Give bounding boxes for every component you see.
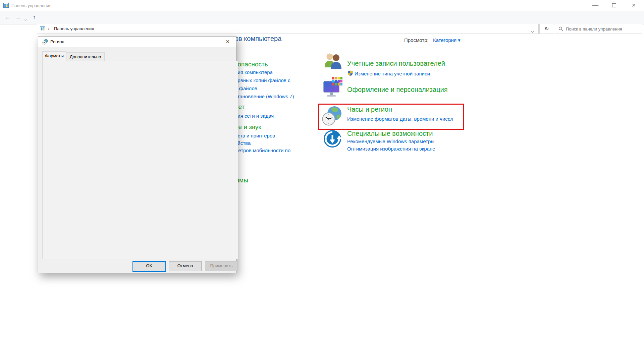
page-title-fragment: ов компьютера — [235, 35, 281, 43]
maximize-button[interactable] — [606, 0, 622, 11]
category-ease-of-access[interactable]: Специальные возможности — [347, 130, 433, 137]
minimize-button[interactable]: — — [588, 0, 603, 11]
category-fragment[interactable]: ие и звук — [235, 123, 261, 131]
tab-formats[interactable]: Форматы — [42, 51, 66, 61]
search-icon — [558, 26, 563, 31]
category-user-accounts[interactable]: Учетные записи пользователей — [347, 60, 445, 67]
dialog-title: Регион — [50, 37, 64, 47]
view-dropdown[interactable]: Категория ▾ — [433, 37, 461, 43]
dialog-close-button[interactable]: × — [223, 37, 233, 47]
address-dropdown-button[interactable] — [531, 27, 534, 34]
category-fragment[interactable]: зопасность — [235, 61, 268, 68]
forward-button[interactable]: → — [13, 13, 23, 22]
up-icon: ↑ — [33, 14, 36, 20]
window-title: Панель управления — [11, 0, 51, 11]
back-button[interactable]: ← — [3, 13, 12, 22]
forward-icon: → — [15, 14, 21, 20]
task-link-fragment[interactable]: метров мобильности по — [235, 148, 290, 153]
link-change-date-time-formats[interactable]: Изменение форматов даты, времени и чисел — [347, 116, 453, 122]
clock-region-icon — [322, 105, 342, 126]
category-appearance[interactable]: Оформление и персонализация — [347, 86, 448, 94]
ease-of-access-icon — [323, 129, 342, 148]
refresh-icon: ↻ — [545, 26, 549, 32]
back-icon: ← — [5, 14, 10, 20]
caret-down-icon: ▾ — [458, 37, 461, 43]
window-titlebar: Панель управления — × — [0, 0, 644, 11]
close-button[interactable]: × — [626, 0, 641, 11]
up-button[interactable]: ↑ — [30, 13, 39, 22]
task-link-fragment[interactable]: йств и принтеров — [235, 133, 275, 138]
user-accounts-icon — [324, 52, 342, 70]
control-panel-window: Панель управления — × ← → ↑ — [0, 0, 644, 342]
tab-additional[interactable]: Дополнительно — [66, 52, 105, 61]
category-clock-region[interactable]: Часы и регион — [347, 106, 392, 113]
maximize-icon — [612, 3, 616, 7]
breadcrumb-chevron-icon: › — [48, 24, 50, 33]
chevron-down-icon — [531, 30, 534, 33]
history-dropdown-button[interactable] — [24, 16, 26, 22]
minimize-icon: — — [592, 2, 598, 8]
apply-button: Применить — [205, 261, 238, 271]
chevron-down-icon — [24, 18, 27, 21]
task-link-fragment[interactable]: ния сети и задач — [235, 113, 274, 119]
region-dialog: Регион × Форматы Дополнительно Формат: Р… — [38, 36, 236, 273]
search-box — [555, 24, 642, 34]
navigation-bar: ← → ↑ › Панель управления ↻ — [0, 11, 644, 24]
task-link-fragment[interactable]: ервных копий файлов с — [235, 77, 290, 83]
cancel-button[interactable]: Отмена — [169, 261, 202, 271]
ok-button[interactable]: OK — [132, 261, 166, 272]
dialog-titlebar: Регион × — [38, 37, 236, 47]
close-icon: × — [226, 38, 229, 45]
view-label: Просмотр: — [404, 37, 429, 43]
control-panel-icon — [3, 3, 9, 8]
tab-page — [42, 61, 238, 259]
breadcrumb[interactable]: Панель управления — [54, 24, 94, 34]
search-input[interactable] — [565, 24, 640, 33]
region-dialog-icon — [42, 39, 48, 45]
task-link-fragment[interactable]: и файлов — [235, 86, 257, 91]
link-recommended-settings[interactable]: Рекомендуемые Windows параметры — [347, 138, 434, 144]
control-panel-icon — [40, 26, 45, 32]
link-change-account-type[interactable]: Изменение типа учетной записи — [355, 71, 430, 76]
appearance-icon — [323, 76, 343, 99]
link-optimize-display[interactable]: Оптимизация изображения на экране — [347, 146, 435, 152]
close-icon: × — [632, 1, 636, 9]
task-link-fragment[interactable]: ния компьютера — [235, 69, 273, 75]
view-value: Категория — [433, 37, 457, 43]
uac-shield-icon — [348, 70, 353, 76]
refresh-button[interactable]: ↻ — [539, 24, 554, 34]
address-bar[interactable]: › Панель управления — [37, 24, 539, 34]
task-link-fragment[interactable]: становление (Windows 7) — [235, 94, 294, 99]
